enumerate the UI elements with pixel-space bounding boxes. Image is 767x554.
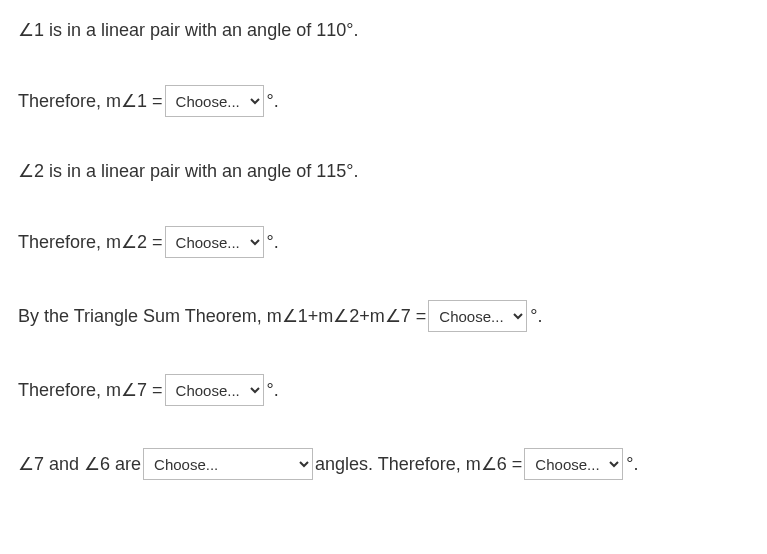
statement-line-5: By the Triangle Sum Theorem, m∠1+m∠2+m∠7… bbox=[18, 300, 749, 332]
text-prefix-6: Therefore, m∠7 = bbox=[18, 378, 163, 403]
statement-line-1: ∠1 is in a linear pair with an angle of … bbox=[18, 18, 749, 43]
select-angle-6[interactable]: Choose... bbox=[524, 448, 623, 480]
text-prefix-7: ∠7 and ∠6 are bbox=[18, 452, 141, 477]
degree-suffix-4: °. bbox=[267, 230, 279, 255]
text-prefix-4: Therefore, m∠2 = bbox=[18, 230, 163, 255]
degree-suffix-6: °. bbox=[267, 378, 279, 403]
select-angle-relationship[interactable]: Choose... bbox=[143, 448, 313, 480]
degree-suffix-5: °. bbox=[530, 304, 542, 329]
degree-suffix-7: °. bbox=[626, 452, 638, 477]
text-statement-3: ∠2 is in a linear pair with an angle of … bbox=[18, 159, 358, 184]
text-statement-1: ∠1 is in a linear pair with an angle of … bbox=[18, 18, 358, 43]
degree-suffix-2: °. bbox=[267, 89, 279, 114]
select-angle-1[interactable]: Choose... bbox=[165, 85, 264, 117]
select-angle-7[interactable]: Choose... bbox=[165, 374, 264, 406]
text-prefix-5: By the Triangle Sum Theorem, m∠1+m∠2+m∠7… bbox=[18, 304, 426, 329]
select-triangle-sum[interactable]: Choose... bbox=[428, 300, 527, 332]
select-angle-2[interactable]: Choose... bbox=[165, 226, 264, 258]
statement-line-7: ∠7 and ∠6 are Choose... angles. Therefor… bbox=[18, 448, 749, 480]
statement-line-2: Therefore, m∠1 = Choose... °. bbox=[18, 85, 749, 117]
statement-line-3: ∠2 is in a linear pair with an angle of … bbox=[18, 159, 749, 184]
statement-line-6: Therefore, m∠7 = Choose... °. bbox=[18, 374, 749, 406]
statement-line-4: Therefore, m∠2 = Choose... °. bbox=[18, 226, 749, 258]
text-prefix-2: Therefore, m∠1 = bbox=[18, 89, 163, 114]
text-mid-7: angles. Therefore, m∠6 = bbox=[315, 452, 522, 477]
